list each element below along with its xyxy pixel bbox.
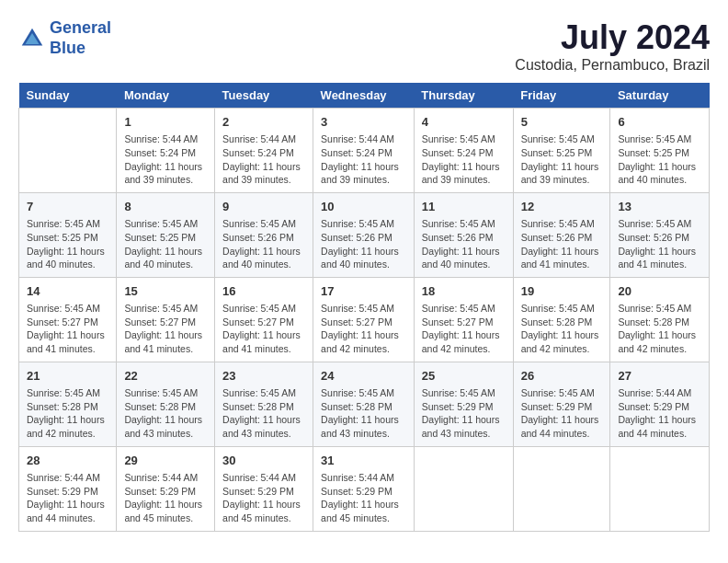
day-info: Sunrise: 5:44 AM Sunset: 5:24 PM Dayligh… — [321, 132, 406, 187]
day-number: 22 — [124, 368, 207, 385]
calendar-cell: 15Sunrise: 5:45 AM Sunset: 5:27 PM Dayli… — [117, 277, 215, 362]
day-number: 18 — [422, 283, 506, 300]
day-number: 16 — [222, 283, 305, 300]
day-info: Sunrise: 5:44 AM Sunset: 5:24 PM Dayligh… — [222, 132, 305, 187]
day-info: Sunrise: 5:45 AM Sunset: 5:28 PM Dayligh… — [222, 386, 305, 441]
day-header-wednesday: Wednesday — [313, 83, 415, 109]
day-number: 6 — [618, 114, 701, 131]
day-info: Sunrise: 5:45 AM Sunset: 5:26 PM Dayligh… — [618, 217, 701, 271]
calendar-cell: 29Sunrise: 5:44 AM Sunset: 5:29 PM Dayli… — [117, 446, 215, 531]
day-info: Sunrise: 5:45 AM Sunset: 5:27 PM Dayligh… — [124, 302, 207, 356]
day-info: Sunrise: 5:45 AM Sunset: 5:26 PM Dayligh… — [222, 217, 305, 271]
day-number: 4 — [422, 114, 506, 131]
calendar-cell: 13Sunrise: 5:45 AM Sunset: 5:26 PM Dayli… — [610, 192, 710, 277]
day-number: 23 — [222, 368, 305, 385]
day-number: 3 — [321, 114, 406, 131]
calendar-cell: 23Sunrise: 5:45 AM Sunset: 5:28 PM Dayli… — [215, 362, 313, 446]
day-number: 30 — [222, 453, 305, 469]
calendar-cell: 8Sunrise: 5:45 AM Sunset: 5:25 PM Daylig… — [117, 192, 215, 277]
day-info: Sunrise: 5:45 AM Sunset: 5:28 PM Dayligh… — [521, 302, 603, 356]
title-block: July 2024 Custodia, Pernambuco, Brazil — [515, 18, 710, 74]
calendar-cell: 18Sunrise: 5:45 AM Sunset: 5:27 PM Dayli… — [414, 277, 513, 362]
calendar-cell — [19, 109, 117, 193]
day-info: Sunrise: 5:45 AM Sunset: 5:26 PM Dayligh… — [321, 217, 406, 271]
day-number: 21 — [27, 368, 108, 385]
day-header-friday: Friday — [513, 83, 610, 109]
day-info: Sunrise: 5:44 AM Sunset: 5:29 PM Dayligh… — [27, 471, 108, 525]
page-header: General Blue July 2024 Custodia, Pernamb… — [18, 18, 710, 74]
day-info: Sunrise: 5:44 AM Sunset: 5:24 PM Dayligh… — [124, 132, 207, 187]
calendar-week-1: 1Sunrise: 5:44 AM Sunset: 5:24 PM Daylig… — [19, 109, 710, 193]
day-info: Sunrise: 5:45 AM Sunset: 5:28 PM Dayligh… — [27, 386, 108, 441]
day-info: Sunrise: 5:45 AM Sunset: 5:28 PM Dayligh… — [618, 302, 701, 356]
subtitle: Custodia, Pernambuco, Brazil — [515, 57, 710, 74]
day-info: Sunrise: 5:45 AM Sunset: 5:26 PM Dayligh… — [521, 217, 603, 271]
calendar-cell: 26Sunrise: 5:45 AM Sunset: 5:29 PM Dayli… — [513, 362, 610, 446]
logo-text: General Blue — [50, 18, 111, 58]
calendar-cell: 7Sunrise: 5:45 AM Sunset: 5:25 PM Daylig… — [19, 192, 117, 277]
calendar-cell: 3Sunrise: 5:44 AM Sunset: 5:24 PM Daylig… — [313, 109, 415, 193]
calendar-cell: 21Sunrise: 5:45 AM Sunset: 5:28 PM Dayli… — [19, 362, 117, 446]
logo-icon — [18, 25, 46, 52]
day-number: 28 — [27, 453, 108, 469]
calendar-cell — [414, 446, 513, 531]
day-info: Sunrise: 5:45 AM Sunset: 5:26 PM Dayligh… — [422, 217, 506, 271]
logo-line2: Blue — [50, 39, 85, 57]
day-info: Sunrise: 5:45 AM Sunset: 5:24 PM Dayligh… — [422, 132, 506, 187]
calendar-week-2: 7Sunrise: 5:45 AM Sunset: 5:25 PM Daylig… — [19, 192, 710, 277]
day-info: Sunrise: 5:45 AM Sunset: 5:29 PM Dayligh… — [521, 386, 603, 441]
day-header-sunday: Sunday — [19, 83, 117, 109]
calendar-cell: 4Sunrise: 5:45 AM Sunset: 5:24 PM Daylig… — [414, 109, 513, 193]
day-number: 9 — [222, 199, 305, 215]
calendar-cell: 11Sunrise: 5:45 AM Sunset: 5:26 PM Dayli… — [414, 192, 513, 277]
calendar-cell: 19Sunrise: 5:45 AM Sunset: 5:28 PM Dayli… — [513, 277, 610, 362]
calendar-cell: 22Sunrise: 5:45 AM Sunset: 5:28 PM Dayli… — [117, 362, 215, 446]
day-number: 2 — [222, 114, 305, 131]
calendar-cell: 1Sunrise: 5:44 AM Sunset: 5:24 PM Daylig… — [117, 109, 215, 193]
day-info: Sunrise: 5:45 AM Sunset: 5:27 PM Dayligh… — [422, 302, 506, 356]
calendar-cell: 10Sunrise: 5:45 AM Sunset: 5:26 PM Dayli… — [313, 192, 415, 277]
logo: General Blue — [18, 18, 111, 58]
calendar-cell: 24Sunrise: 5:45 AM Sunset: 5:28 PM Dayli… — [313, 362, 415, 446]
day-header-monday: Monday — [117, 83, 215, 109]
day-number: 1 — [124, 114, 207, 131]
day-number: 25 — [422, 368, 506, 385]
day-number: 12 — [521, 199, 603, 215]
day-info: Sunrise: 5:44 AM Sunset: 5:29 PM Dayligh… — [321, 471, 406, 525]
day-number: 19 — [521, 283, 603, 300]
calendar-cell: 16Sunrise: 5:45 AM Sunset: 5:27 PM Dayli… — [215, 277, 313, 362]
calendar-cell: 2Sunrise: 5:44 AM Sunset: 5:24 PM Daylig… — [215, 109, 313, 193]
day-number: 7 — [27, 199, 108, 215]
day-info: Sunrise: 5:45 AM Sunset: 5:25 PM Dayligh… — [521, 132, 603, 187]
day-number: 14 — [27, 283, 108, 300]
day-info: Sunrise: 5:45 AM Sunset: 5:25 PM Dayligh… — [618, 132, 701, 187]
day-info: Sunrise: 5:45 AM Sunset: 5:28 PM Dayligh… — [321, 386, 406, 441]
day-info: Sunrise: 5:44 AM Sunset: 5:29 PM Dayligh… — [618, 386, 701, 441]
day-number: 26 — [521, 368, 603, 385]
day-number: 17 — [321, 283, 406, 300]
calendar-cell: 17Sunrise: 5:45 AM Sunset: 5:27 PM Dayli… — [313, 277, 415, 362]
calendar-cell: 30Sunrise: 5:44 AM Sunset: 5:29 PM Dayli… — [215, 446, 313, 531]
day-header-saturday: Saturday — [610, 83, 710, 109]
calendar-cell: 12Sunrise: 5:45 AM Sunset: 5:26 PM Dayli… — [513, 192, 610, 277]
day-header-tuesday: Tuesday — [215, 83, 313, 109]
calendar-cell: 6Sunrise: 5:45 AM Sunset: 5:25 PM Daylig… — [610, 109, 710, 193]
logo-line1: General — [50, 18, 111, 37]
calendar-cell: 20Sunrise: 5:45 AM Sunset: 5:28 PM Dayli… — [610, 277, 710, 362]
day-number: 29 — [124, 453, 207, 469]
calendar-cell: 31Sunrise: 5:44 AM Sunset: 5:29 PM Dayli… — [313, 446, 415, 531]
calendar-header-row: SundayMondayTuesdayWednesdayThursdayFrid… — [19, 83, 710, 109]
calendar-week-4: 21Sunrise: 5:45 AM Sunset: 5:28 PM Dayli… — [19, 362, 710, 446]
day-number: 10 — [321, 199, 406, 215]
calendar-cell: 9Sunrise: 5:45 AM Sunset: 5:26 PM Daylig… — [215, 192, 313, 277]
day-number: 24 — [321, 368, 406, 385]
day-number: 31 — [321, 453, 406, 469]
day-header-thursday: Thursday — [414, 83, 513, 109]
day-number: 11 — [422, 199, 506, 215]
calendar-week-5: 28Sunrise: 5:44 AM Sunset: 5:29 PM Dayli… — [19, 446, 710, 531]
day-number: 20 — [618, 283, 701, 300]
day-info: Sunrise: 5:44 AM Sunset: 5:29 PM Dayligh… — [222, 471, 305, 525]
day-info: Sunrise: 5:45 AM Sunset: 5:25 PM Dayligh… — [27, 217, 108, 271]
day-info: Sunrise: 5:45 AM Sunset: 5:28 PM Dayligh… — [124, 386, 207, 441]
calendar-week-3: 14Sunrise: 5:45 AM Sunset: 5:27 PM Dayli… — [19, 277, 710, 362]
